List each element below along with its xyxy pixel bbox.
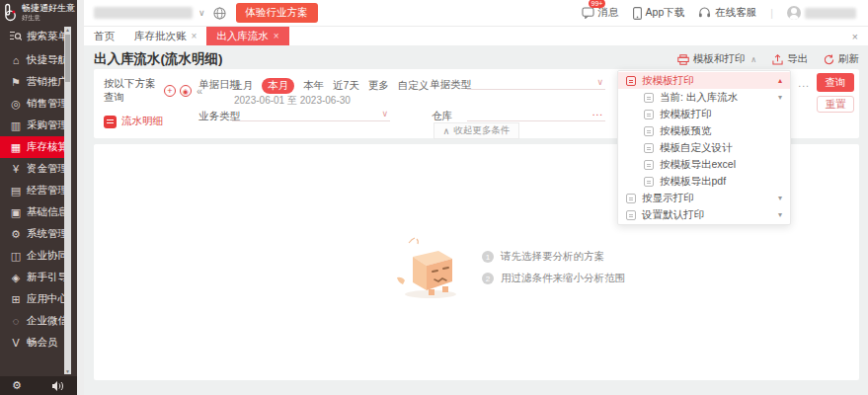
globe-icon[interactable] [213, 7, 226, 20]
divider: | [770, 7, 773, 19]
sidebar-item-wechat[interactable]: ◌企业微信 [0, 310, 71, 332]
menu-item-label: 按模板预览 [660, 124, 712, 138]
doc-type-label: 单据类型 [430, 78, 471, 92]
collapse-more-conditions-button[interactable]: ∧ 收起更多条件 [434, 122, 520, 139]
guide-icon: ◈ [10, 272, 22, 284]
tab-stock-flow[interactable]: 出入库流水 × [206, 27, 288, 45]
phone-icon [633, 7, 642, 20]
scheme-item-flow-detail[interactable]: 流水明细 [104, 115, 202, 128]
info-icon: ▣ [10, 206, 22, 219]
menu-item-label: 按模板打印 [660, 108, 712, 121]
date-option-more[interactable]: 更多 [368, 79, 389, 93]
sidebar-scrollbar[interactable]: ▲ ▼ [64, 27, 71, 374]
chevron-up-icon: ∧ [443, 125, 450, 136]
member-icon: Ⅴ [10, 337, 22, 350]
money-icon: ¥ [10, 163, 22, 175]
date-option-this-month[interactable]: 本月 [262, 78, 294, 94]
scroll-up-icon[interactable]: ▲ [64, 27, 71, 33]
sidebar-item-base-info[interactable]: ▣基础信息 [0, 201, 71, 223]
company-name-redacted[interactable] [94, 7, 193, 19]
sidebar-item-collaboration[interactable]: ◫企业协同 [0, 245, 71, 267]
template-print-button[interactable]: 模板和打印 ∧ [677, 52, 756, 66]
menu-item-default-print-settings[interactable]: 设置默认打印 ▾ [618, 206, 790, 223]
hint-number-badge: 1 [482, 251, 494, 263]
doc-type-select[interactable]: ∨ [467, 74, 605, 90]
chevron-down-icon: ∨ [381, 109, 388, 118]
menu-item-template-print[interactable]: 按模板打印 [618, 106, 790, 122]
scrollbar-thumb[interactable] [65, 35, 70, 82]
sidebar-item-purchase[interactable]: ▥采购管理 [0, 115, 71, 136]
template-print-label: 模板和打印 [693, 52, 746, 66]
save-scheme-icon[interactable]: ◉ [180, 85, 192, 97]
scheme-tag-icon [104, 116, 117, 128]
menu-item-current-template[interactable]: 当前: 出入库流水 ▾ [618, 89, 790, 106]
add-scheme-icon[interactable]: + [164, 85, 176, 97]
close-tab-icon[interactable]: × [192, 31, 197, 41]
sidebar-item-inventory[interactable]: ▦库存核算 [0, 136, 71, 158]
sidebar-bottom-bar: ⚙ [0, 376, 77, 395]
sidebar-item-guide[interactable]: ◈新手引导 [0, 267, 71, 288]
close-all-tabs-icon[interactable]: × [842, 27, 868, 45]
report-icon: ▤ [10, 185, 22, 198]
menu-item-template-preview[interactable]: 按模板预览 [618, 122, 790, 139]
close-tab-icon[interactable]: × [274, 31, 279, 41]
scheme-header-label: 按以下方案查询 [104, 77, 160, 105]
date-option-this-year[interactable]: 本年 [303, 79, 324, 93]
tab-batch-ledger[interactable]: 库存批次账 × [124, 27, 206, 45]
excel-icon [644, 160, 654, 170]
sidebar-item-system[interactable]: ⚙系统管理 [0, 223, 71, 245]
menu-item-export-pdf[interactable]: 按模板导出pdf [618, 173, 790, 190]
messages-link[interactable]: 99+ 消息 [582, 6, 619, 20]
message-bubble-icon [582, 7, 594, 19]
date-option-last-month[interactable]: 上月 [232, 79, 253, 93]
speaker-icon[interactable] [52, 381, 65, 391]
sidebar-item-operation[interactable]: ▤经营管理 [0, 180, 71, 201]
export-button[interactable]: 导出 [772, 52, 808, 66]
tab-label: 首页 [94, 30, 115, 43]
date-option-last-7-days[interactable]: 近7天 [333, 79, 359, 93]
reset-button[interactable]: 重置 [817, 96, 854, 113]
sidebar-item-sales[interactable]: ◎销售管理 [0, 93, 71, 115]
sidebar-item-marketing[interactable]: ⚑营销推广 [0, 71, 71, 93]
biz-type-select[interactable]: ∨ [232, 106, 390, 121]
query-scheme-panel: 按以下方案查询 + ◉ « 流水明细 [94, 69, 210, 138]
online-support-link[interactable]: 在线客服 [698, 6, 756, 20]
username-redacted [805, 8, 856, 19]
app-download-label: App下载 [646, 6, 685, 20]
sidebar-item-member[interactable]: Ⅴ畅会员 [0, 332, 71, 354]
menu-item-print-by-template[interactable]: 按模板打印 ▴ [618, 72, 790, 89]
sidebar-item-label: 营销推广 [27, 75, 68, 89]
sales-icon: ◎ [10, 98, 22, 111]
topbar-right: 99+ 消息 App下载 在线客服 | [582, 6, 868, 20]
scroll-down-icon[interactable]: ▼ [64, 368, 71, 374]
menu-item-print-by-display[interactable]: 按显示打印 ▾ [618, 190, 790, 206]
settings-gear-icon[interactable]: ⚙ [12, 379, 22, 392]
empty-box-mascot [395, 235, 466, 300]
sidebar-item-label: 经营管理 [27, 184, 68, 198]
refresh-button[interactable]: 刷新 [824, 52, 859, 66]
chevron-down-icon[interactable]: ∨ [198, 8, 205, 18]
more-picker-icon[interactable]: ... [592, 107, 603, 118]
page-title: 出入库流水(流水明细) [94, 50, 223, 68]
warehouse-picker[interactable]: ... [467, 106, 605, 121]
sidebar-item-funds[interactable]: ¥资金管理 [0, 158, 71, 180]
sidebar-item-app-center[interactable]: ⊞应用中心 [0, 288, 71, 310]
sidebar-item-label: 销售管理 [27, 97, 68, 111]
search-icon [10, 31, 22, 41]
sidebar-item-label: 系统管理 [27, 227, 68, 241]
scheme-header: 按以下方案查询 + ◉ « [104, 77, 202, 105]
menu-item-template-design[interactable]: 模板自定义设计 [618, 139, 790, 156]
tab-home[interactable]: 首页 [84, 27, 124, 45]
query-button[interactable]: 查询 [817, 73, 854, 92]
app-download-link[interactable]: App下载 [633, 6, 685, 20]
menu-item-export-excel[interactable]: 按模板导出excel [618, 156, 790, 173]
logo-subtitle: 好生意 [22, 14, 70, 23]
sidebar-item-quick-nav[interactable]: ⌂快捷导航 [0, 49, 71, 71]
chevron-up-icon: ▴ [778, 76, 782, 85]
trial-industry-plan-button[interactable]: 体验行业方案 [236, 3, 318, 23]
date-option-custom[interactable]: 自定义 [398, 79, 430, 93]
user-account[interactable] [787, 6, 856, 20]
more-conditions-icon[interactable]: ... [798, 77, 810, 89]
rabbit-logo-icon [3, 3, 19, 23]
menu-item-label: 按模板打印 [642, 74, 694, 88]
